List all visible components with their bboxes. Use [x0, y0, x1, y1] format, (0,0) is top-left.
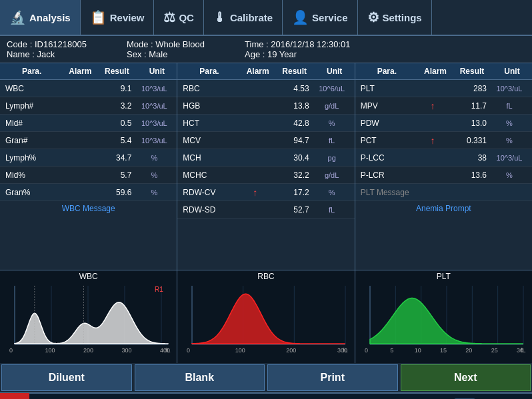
wbc-header: Para. Alarm Result Unit	[0, 63, 177, 80]
calibrate-icon: 🌡	[213, 10, 227, 25]
bottom-buttons: Diluent Blank Print Next	[0, 363, 532, 392]
table-row: Lymph% 34.7 %	[0, 149, 177, 167]
rbc-panel: Para. Alarm Result Unit RBC 4.53 10^6/uL…	[177, 63, 355, 270]
table-row: RDW-SD 52.7 fL	[177, 201, 354, 218]
rbc-col-para: Para.	[177, 65, 241, 77]
plt-col-alarm: Alarm	[419, 65, 452, 77]
patient-sex: Sex : Male	[127, 49, 205, 59]
table-row: PDW 13.0 %	[355, 115, 532, 132]
review-icon: 📋	[90, 9, 107, 25]
table-row: HCT 42.8 %	[177, 115, 354, 132]
nav-analysis-label: Analysis	[29, 12, 71, 23]
settings-icon: ⚙	[367, 9, 379, 25]
table-row: MCHC 32.2 g/dL	[177, 167, 354, 184]
table-row: Lymph# 3.2 10^3/uL	[0, 97, 177, 115]
patient-time: Time : 2016/12/18 12:30:01	[245, 39, 351, 49]
rbc-chart-panel: RBC	[177, 270, 355, 363]
nav-analysis[interactable]: 🔬 Analysis	[0, 0, 81, 35]
nav-review-label: Review	[110, 12, 145, 23]
wbc-chart-title: WBC	[1, 272, 175, 281]
nav-calibrate[interactable]: 🌡 Calibrate	[204, 0, 283, 35]
nav-qc-label: QC	[179, 12, 194, 23]
plt-header: Para. Alarm Result Unit	[355, 63, 532, 80]
next-button[interactable]: Next	[401, 364, 531, 391]
nav-settings[interactable]: ⚙ Settings	[358, 0, 432, 35]
table-row: RDW-CV ↑ 17.2 %	[177, 184, 354, 201]
wbc-chart-area	[1, 282, 175, 356]
main-content: Para. Alarm Result Unit WBC 9.1 10^3/uL …	[0, 63, 532, 270]
nav-service[interactable]: 👤 Service	[283, 0, 357, 35]
plt-chart-area	[357, 282, 531, 356]
table-row: P-LCC 38 10^3/uL	[355, 149, 532, 167]
table-row: RBC 4.53 10^6/uL	[177, 80, 354, 97]
table-row: WBC 9.1 10^3/uL	[0, 80, 177, 97]
rbc-header: Para. Alarm Result Unit	[177, 63, 354, 80]
wbc-col-result: Result	[97, 65, 137, 77]
wbc-col-alarm: Alarm	[63, 65, 97, 77]
wbc-chart-panel: WBC	[0, 270, 177, 363]
patient-info: Code : ID161218005 Name : Jack Mode : Wh…	[0, 36, 532, 63]
plt-col-para: Para.	[355, 65, 419, 77]
nav-calibrate-label: Calibrate	[230, 12, 273, 23]
status-bar: Next Code ID161218006 Whole blood Pre-di…	[0, 392, 532, 399]
table-row: P-LCR 13.6 %	[355, 167, 532, 184]
blank-button[interactable]: Blank	[135, 364, 265, 391]
plt-chart-title: PLT	[357, 272, 531, 281]
plt-chart-panel: PLT	[355, 270, 532, 363]
rbc-col-alarm: Alarm	[241, 65, 275, 77]
nav-settings-label: Settings	[383, 12, 422, 23]
nav-qc[interactable]: ⚖ QC	[154, 0, 204, 35]
table-row: Mid% 5.7 %	[0, 167, 177, 184]
patient-name: Name : Jack	[7, 49, 87, 59]
top-navigation: 🔬 Analysis 📋 Review ⚖ QC 🌡 Calibrate 👤 S…	[0, 0, 532, 36]
service-icon: 👤	[292, 9, 309, 25]
plt-panel: Para. Alarm Result Unit PLT 283 10^3/uL …	[355, 63, 532, 270]
plt-col-unit: Unit	[492, 65, 532, 77]
wbc-message[interactable]: WBC Message	[0, 201, 177, 216]
rbc-chart-title: RBC	[179, 272, 353, 281]
patient-age: Age : 19 Year	[245, 49, 351, 59]
rbc-col-result: Result	[275, 65, 315, 77]
table-row: Mid# 0.5 10^3/uL	[0, 115, 177, 132]
rbc-col-unit: Unit	[315, 65, 355, 77]
analysis-icon: 🔬	[9, 9, 26, 25]
table-row: MCH 30.4 pg	[177, 149, 354, 167]
table-row: PCT ↑ 0.331 %	[355, 132, 532, 149]
diluent-button[interactable]: Diluent	[1, 364, 132, 391]
print-button[interactable]: Print	[267, 364, 398, 391]
plt-col-result: Result	[452, 65, 492, 77]
patient-code: Code : ID161218005	[7, 39, 87, 49]
table-row: HGB 13.8 g/dL	[177, 97, 354, 115]
table-row: Gran% 59.6 %	[0, 184, 177, 201]
wbc-panel: Para. Alarm Result Unit WBC 9.1 10^3/uL …	[0, 63, 177, 270]
wbc-col-unit: Unit	[137, 65, 177, 77]
qc-icon: ⚖	[163, 9, 175, 25]
table-row: Gran# 5.4 10^3/uL	[0, 132, 177, 149]
wbc-col-para: Para.	[0, 65, 63, 77]
table-row: PLT Message	[355, 184, 532, 201]
table-row: MPV ↑ 11.7 fL	[355, 97, 532, 115]
table-row: PLT 283 10^3/uL	[355, 80, 532, 97]
nav-service-label: Service	[312, 12, 347, 23]
rbc-chart-area	[179, 282, 353, 356]
power-button[interactable]	[0, 393, 29, 399]
nav-review[interactable]: 📋 Review	[81, 0, 155, 35]
patient-mode: Mode : Whole Blood	[127, 39, 205, 49]
table-row: MCV 94.7 fL	[177, 132, 354, 149]
anemia-prompt[interactable]: Anemia Prompt	[355, 201, 532, 216]
charts-area: WBC RBC PLT	[0, 270, 532, 363]
